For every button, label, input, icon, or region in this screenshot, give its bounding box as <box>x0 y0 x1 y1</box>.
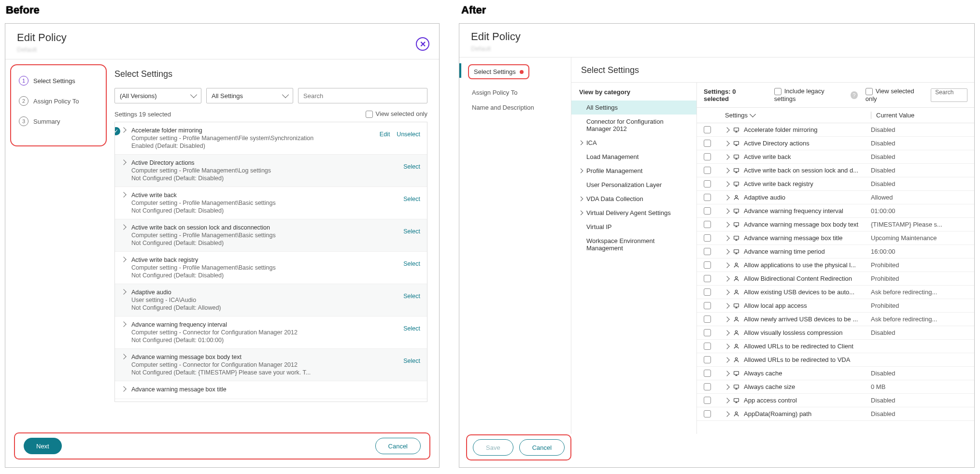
search-input[interactable] <box>298 88 427 103</box>
expand-icon[interactable] <box>121 192 126 197</box>
settings-dropdown[interactable]: All Settings <box>206 88 293 103</box>
expand-icon[interactable] <box>121 257 126 262</box>
category-item[interactable]: Virtual IP <box>571 220 696 234</box>
expand-icon[interactable] <box>725 357 730 362</box>
expand-icon[interactable] <box>121 386 126 391</box>
expand-icon[interactable] <box>725 262 730 268</box>
category-item[interactable]: ICA <box>571 136 696 150</box>
category-item[interactable]: Load Management <box>571 150 696 164</box>
table-row[interactable]: Allow visually lossless compressionDisab… <box>697 326 974 340</box>
table-row[interactable]: Always cache size0 MB <box>697 380 974 394</box>
category-item[interactable]: VDA Data Collection <box>571 192 696 206</box>
col-value[interactable]: Current Value <box>871 112 967 119</box>
settings-list[interactable]: ✓Accelerate folder mirroringComputer set… <box>114 122 427 402</box>
versions-dropdown[interactable]: (All Versions) <box>114 88 201 103</box>
row-checkbox[interactable] <box>704 248 711 255</box>
select-link[interactable]: Select <box>403 293 420 300</box>
row-checkbox[interactable] <box>704 126 711 133</box>
expand-icon[interactable] <box>725 344 730 349</box>
table-row[interactable]: Allowed URLs to be redirected to VDA <box>697 353 974 367</box>
setting-item[interactable]: Active write back on session lock and di… <box>115 219 427 252</box>
nav-item[interactable]: Name and Description <box>464 100 566 115</box>
expand-icon[interactable] <box>725 384 730 389</box>
setting-item[interactable]: ✓Accelerate folder mirroringComputer set… <box>115 122 427 155</box>
expand-icon[interactable] <box>725 276 730 281</box>
checkbox-icon[interactable] <box>366 111 373 118</box>
row-checkbox[interactable] <box>704 221 711 228</box>
setting-item[interactable]: Advance warning message box body textCom… <box>115 349 427 381</box>
row-checkbox[interactable] <box>704 180 711 187</box>
category-item[interactable]: Workspace Environment Management <box>571 234 696 255</box>
table-row[interactable]: Active write back registryDisabled <box>697 177 974 191</box>
expand-icon[interactable] <box>121 321 126 327</box>
category-item[interactable]: Connector for Configuration Manager 2012 <box>571 115 696 136</box>
setting-item[interactable]: Advance warning frequency intervalComput… <box>115 316 427 349</box>
table-row[interactable]: App access controlDisabled <box>697 394 974 407</box>
expand-icon[interactable] <box>725 181 730 187</box>
expand-icon[interactable] <box>121 354 126 359</box>
row-checkbox[interactable] <box>704 167 711 174</box>
row-checkbox[interactable] <box>704 194 711 201</box>
expand-icon[interactable] <box>725 371 730 376</box>
expand-icon[interactable] <box>725 168 730 173</box>
expand-icon[interactable] <box>725 289 730 295</box>
category-item[interactable]: All Settings <box>571 101 696 115</box>
row-checkbox[interactable] <box>704 329 711 336</box>
category-item[interactable]: Profile Management <box>571 164 696 178</box>
search-button[interactable]: Search <box>931 88 967 102</box>
select-link[interactable]: Select <box>403 196 420 202</box>
row-checkbox[interactable] <box>704 397 711 404</box>
table-row[interactable]: Adaptive audioAllowed <box>697 191 974 204</box>
expand-icon[interactable] <box>725 208 730 214</box>
table-row[interactable]: Active Directory actionsDisabled <box>697 137 974 150</box>
expand-icon[interactable] <box>725 235 730 241</box>
cancel-button[interactable]: Cancel <box>375 438 421 454</box>
table-row[interactable]: Allow applications to use the physical l… <box>697 259 974 272</box>
expand-icon[interactable] <box>121 127 126 132</box>
wizard-step[interactable]: 3Summary <box>19 116 98 126</box>
row-checkbox[interactable] <box>704 410 711 417</box>
nav-item-highlight[interactable]: Select Settings <box>468 64 529 79</box>
row-checkbox[interactable] <box>704 356 711 363</box>
table-row[interactable]: Active write back on session lock and d.… <box>697 164 974 177</box>
table-row[interactable]: Allow newly arrived USB devices to be ..… <box>697 313 974 326</box>
cancel-button[interactable]: Cancel <box>519 439 565 456</box>
expand-icon[interactable] <box>725 330 730 335</box>
setting-item[interactable]: Active Directory actionsComputer setting… <box>115 155 427 187</box>
expand-icon[interactable] <box>725 195 730 200</box>
help-icon[interactable]: ? <box>851 91 858 99</box>
row-checkbox[interactable] <box>704 288 711 296</box>
expand-icon[interactable] <box>725 222 730 227</box>
expand-icon[interactable] <box>121 289 126 294</box>
table-row[interactable]: Allow existing USB devices to be auto...… <box>697 286 974 299</box>
include-legacy[interactable]: Include legacy settings <box>774 87 843 102</box>
setting-item[interactable]: Active write backComputer setting - Prof… <box>115 187 427 219</box>
wizard-step[interactable]: 1Select Settings <box>19 76 98 86</box>
expand-icon[interactable] <box>725 411 730 417</box>
category-item[interactable]: Virtual Delivery Agent Settings <box>571 206 696 220</box>
table-row[interactable]: Advance warning time period16:00:00 <box>697 245 974 259</box>
select-link[interactable]: Select <box>403 325 420 332</box>
wizard-step[interactable]: 2Assign Policy To <box>19 96 98 106</box>
select-link[interactable]: Select <box>403 163 420 170</box>
table-row[interactable]: Advance warning frequency interval01:00:… <box>697 204 974 218</box>
nav-item[interactable]: Assign Policy To <box>464 85 566 100</box>
expand-icon[interactable] <box>725 398 730 403</box>
row-checkbox[interactable] <box>704 153 711 160</box>
save-button[interactable]: Save <box>473 439 513 456</box>
checkbox-icon[interactable] <box>866 88 873 95</box>
col-settings[interactable]: Settings <box>725 112 748 119</box>
table-row[interactable]: Allow local app accessProhibited <box>697 299 974 313</box>
view-selected-only-after[interactable]: View selected only <box>866 87 923 102</box>
expand-icon[interactable] <box>121 159 126 165</box>
table-row[interactable]: Always cacheDisabled <box>697 367 974 380</box>
table-row[interactable]: Allowed URLs to be redirected to Client <box>697 340 974 353</box>
category-item[interactable]: User Personalization Layer <box>571 178 696 192</box>
table-row[interactable]: AppData(Roaming) pathDisabled <box>697 407 974 421</box>
table-row[interactable]: Allow Bidirectional Content RedirectionP… <box>697 272 974 286</box>
row-checkbox[interactable] <box>704 275 711 282</box>
row-checkbox[interactable] <box>704 140 711 147</box>
table-row[interactable]: Accelerate folder mirroringDisabled <box>697 123 974 137</box>
row-checkbox[interactable] <box>704 261 711 269</box>
table-row[interactable]: Advance warning message box titleUpcomin… <box>697 231 974 245</box>
